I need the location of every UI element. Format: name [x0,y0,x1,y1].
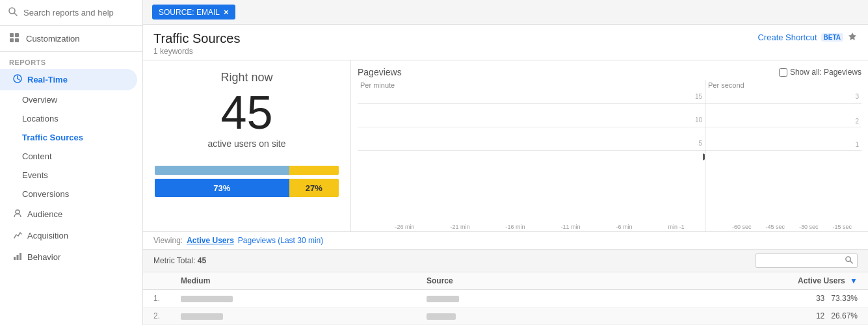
metric-total-label: Metric Total: 45 [153,256,206,265]
col-num [143,272,170,290]
col-source: Source [416,272,596,290]
sidebar-item-locations[interactable]: Locations [0,109,142,128]
source-value [427,296,459,302]
row-source [416,290,596,307]
acquisition-label: Acquisition [27,231,68,240]
svg-line-15 [850,261,852,263]
real-time-label: Real-Time [27,75,68,84]
per-minute-label: Per minute [358,80,705,90]
col-active-users: Active Users ▼ [596,272,868,290]
medium-value [181,313,223,320]
active-users-label: active users on site [155,138,339,149]
sidebar-item-content[interactable]: Content [0,147,142,166]
main-content: SOURCE: EMAIL × Traffic Sources 1 keywor… [143,0,868,325]
viewing-row: Viewing: Active Users Pageviews (Last 30… [143,231,868,249]
sidebar-item-audience[interactable]: Audience [0,203,142,225]
table-row: 1. 33 73.33% [143,290,868,307]
row-active-users: 33 73.33% [596,290,868,307]
audience-icon [13,209,22,220]
row-medium [170,307,416,325]
source-value [427,313,456,320]
svg-point-9 [16,210,20,214]
svg-line-8 [18,79,20,80]
chart-per-minute: Per minute 15 10 5 -26 min -21 min [358,80,705,231]
per-second-label: Per second [705,80,861,90]
create-shortcut-button[interactable]: Create Shortcut [757,32,817,42]
table-search-input[interactable] [760,256,845,265]
filter-chip-close[interactable]: × [224,7,229,17]
chart-area: Per minute 15 10 5 -26 min -21 min [358,80,861,231]
customization-icon [9,32,20,45]
svg-rect-10 [14,257,16,260]
sidebar-item-real-time[interactable]: Real-Time [0,69,137,90]
page-subtitle: 1 keywords [153,47,240,56]
beta-badge: BETA [821,33,843,42]
bar-yellow: 27% [289,179,339,197]
bar-blue: 73% [155,179,289,197]
bar-chart-per-min [377,93,702,218]
right-now-label: Right now [155,71,339,84]
svg-marker-13 [848,32,856,40]
sidebar-item-traffic-sources[interactable]: Traffic Sources [0,128,142,147]
right-panel: Pageviews Show all: Pageviews Per minute… [351,60,868,231]
table-search-box [756,254,858,268]
acquisition-icon [13,230,22,241]
active-users-view-link[interactable]: Active Users [187,236,234,245]
row-medium [170,290,416,307]
bar-yellow-pct: 27% [306,183,322,193]
svg-rect-11 [17,255,19,260]
customization-row[interactable]: Customization [0,26,142,52]
svg-rect-5 [15,38,19,42]
left-panel: Right now 45 active users on site 73% 27… [143,60,351,231]
bg-bar-blue [155,166,289,175]
svg-rect-4 [10,38,14,42]
audience-label: Audience [27,209,62,219]
behavior-label: Behavior [27,252,60,262]
filter-chip-label: SOURCE: EMAIL [159,8,220,17]
page-title: Traffic Sources [153,31,240,46]
table-section: Metric Total: 45 Medium Source Active Us… [143,249,868,325]
metric-bar: Metric Total: 45 [143,250,868,272]
pageviews-title: Pageviews [358,67,402,77]
table-search-icon[interactable] [845,255,853,266]
svg-line-1 [14,13,17,16]
dashboard: Right now 45 active users on site 73% 27… [143,60,868,231]
sidebar-item-conversions[interactable]: Conversions [0,185,142,203]
sidebar-item-overview[interactable]: Overview [0,90,142,109]
show-all-checkbox[interactable] [779,68,787,77]
pageviews-view-link[interactable]: Pageviews (Last 30 min) [238,236,323,245]
svg-rect-3 [15,33,19,37]
shortcut-icon [847,31,858,44]
row-source [416,307,596,325]
viewing-label: Viewing: [153,236,183,245]
sidebar-item-acquisition[interactable]: Acquisition [0,225,142,246]
sidebar-item-behavior[interactable]: Behavior [0,246,142,268]
bg-bar-yellow [289,166,339,175]
svg-rect-2 [10,33,14,37]
search-input[interactable] [23,8,135,18]
x-labels-per-min: -26 min -21 min -16 min -11 min -6 min m… [377,224,702,230]
data-table: Medium Source Active Users ▼ 1. 33 73.33… [143,272,868,325]
main-bar: 73% 27% [155,179,339,197]
search-bar [0,0,142,26]
bar-blue-pct: 73% [213,183,230,193]
sort-icon: ▼ [850,276,858,285]
active-users-count: 45 [155,87,339,138]
behavior-icon [13,252,22,263]
sidebar-item-events[interactable]: Events [0,166,142,185]
sidebar: Customization REPORTS Real-Time Overview… [0,0,143,325]
show-all-label: Show all: Pageviews [779,68,861,77]
page-header: Traffic Sources 1 keywords Create Shortc… [143,25,868,60]
filter-chip-email: SOURCE: EMAIL × [152,5,235,20]
progress-bars: 73% 27% [155,166,339,197]
search-icon [8,6,18,19]
metric-total-value: 45 [198,256,206,265]
row-active-users: 12 26.67% [596,307,868,325]
chart-per-second: Per second 3 2 1 -60 sec -45 sec [705,80,861,231]
filter-bar: SOURCE: EMAIL × [143,0,868,25]
medium-value [181,296,233,302]
svg-rect-12 [20,253,21,260]
chart-canvas-per-min: 15 10 5 -26 min -21 min -16 min -11 min [358,90,705,231]
bg-bar [155,166,339,175]
row-num: 1. [143,290,170,307]
